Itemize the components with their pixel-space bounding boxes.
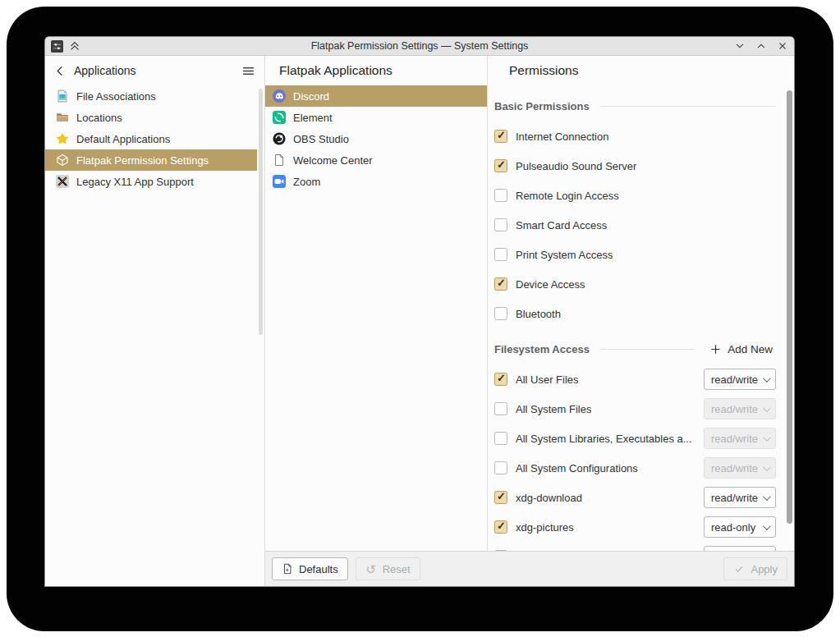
access-mode-dropdown[interactable]: read-only <box>704 516 776 538</box>
access-mode-dropdown: read/write <box>704 428 776 449</box>
filesystem-row-all-system-libraries: All System Libraries, Executables a... r… <box>494 424 776 453</box>
chevron-down-icon <box>763 404 771 412</box>
permission-row-remote-login: Remote Login Access <box>494 181 776 210</box>
close-icon[interactable] <box>777 40 788 52</box>
filesystem-row-all-user-files: All User Files read/write <box>494 364 776 394</box>
all-user-files-checkbox[interactable] <box>494 373 507 386</box>
permission-label: xdg-download <box>516 492 582 504</box>
section-title: Filesystem Access <box>494 343 590 355</box>
permission-label: Smart Card Access <box>516 219 607 231</box>
reset-icon: ↺ <box>365 563 377 575</box>
smart-card-checkbox[interactable] <box>494 218 507 231</box>
dropdown-value: read/write <box>711 403 763 415</box>
shade-icon[interactable] <box>69 40 80 52</box>
chevron-down-icon <box>763 522 771 530</box>
dropdown-value: read/write <box>711 373 763 386</box>
print-system-checkbox[interactable] <box>494 248 507 261</box>
remote-login-checkbox[interactable] <box>494 189 507 202</box>
x11-icon <box>56 175 69 188</box>
sidebar-back-label[interactable]: Applications <box>74 64 136 77</box>
permission-label: Remote Login Access <box>516 190 619 202</box>
sidebar-item-label: Flatpak Permission Settings <box>76 154 209 167</box>
section-divider <box>599 349 695 350</box>
sidebar-item-default-applications[interactable]: Default Applications <box>45 128 257 149</box>
permission-label: Internet Connection <box>516 131 608 143</box>
element-icon <box>273 111 286 124</box>
section-basic-permissions: Basic Permissions <box>494 95 776 117</box>
section-filesystem-access: Filesystem Access Add New <box>494 338 776 360</box>
filesystem-row-xdg-download: xdg-download read/write <box>494 483 776 512</box>
app-item-obs-studio[interactable]: OBS Studio <box>265 128 487 149</box>
window-title: Flatpak Permission Settings — System Set… <box>45 40 794 52</box>
xdg-download-checkbox[interactable] <box>494 491 507 504</box>
permission-label: All System Libraries, Executables a... <box>516 433 692 445</box>
dropdown-value: read/write <box>711 462 763 474</box>
chevron-down-icon <box>763 463 771 471</box>
app-item-element[interactable]: Element <box>265 107 487 128</box>
sidebar-item-locations[interactable]: Locations <box>45 107 257 128</box>
filesystem-row-all-system-configurations: All System Configurations read/write <box>494 453 776 483</box>
hamburger-icon[interactable] <box>241 64 255 78</box>
flatpak-cube-icon <box>56 154 69 167</box>
access-mode-dropdown: read/write <box>704 457 776 479</box>
footer-bar: Defaults ↺ Reset Apply <box>265 551 794 586</box>
permission-row-bluetooth: Bluetooth <box>494 299 776 328</box>
sidebar-item-flatpak-permission-settings[interactable]: Flatpak Permission Settings <box>45 149 257 171</box>
section-title: Basic Permissions <box>494 100 590 112</box>
access-mode-dropdown[interactable]: read/write <box>704 487 776 508</box>
sidebar-item-label: File Associations <box>76 90 156 103</box>
chevron-down-icon <box>763 433 771 442</box>
app-item-label: Element <box>293 112 333 124</box>
all-system-libraries-checkbox[interactable] <box>494 432 507 445</box>
app-item-label: Welcome Center <box>293 154 373 167</box>
maximize-icon[interactable] <box>755 40 767 52</box>
app-item-welcome-center[interactable]: Welcome Center <box>265 149 487 171</box>
permissions-header: Permissions <box>488 56 794 85</box>
reset-button[interactable]: ↺ Reset <box>356 557 420 580</box>
filesystem-row-partial <box>494 542 776 551</box>
file-associations-icon <box>56 89 69 103</box>
app-item-zoom[interactable]: Zoom <box>265 171 487 192</box>
all-system-configurations-checkbox[interactable] <box>494 461 507 474</box>
dropdown-value: read/write <box>711 492 763 504</box>
sidebar: Applications File Associations <box>45 56 265 586</box>
system-settings-icon <box>51 40 63 53</box>
permission-label: Print System Access <box>516 249 613 261</box>
minimize-icon[interactable] <box>734 40 746 52</box>
app-item-label: Zoom <box>293 176 320 188</box>
permission-row-print-system: Print System Access <box>494 240 776 269</box>
bluetooth-checkbox[interactable] <box>494 307 507 320</box>
access-mode-dropdown <box>704 546 776 551</box>
device-access-checkbox[interactable] <box>494 277 507 291</box>
access-mode-dropdown[interactable]: read/write <box>704 369 776 390</box>
sidebar-item-legacy-x11[interactable]: Legacy X11 App Support <box>45 171 257 192</box>
permissions-scrollbar[interactable] <box>787 90 792 524</box>
app-item-label: Discord <box>293 90 329 103</box>
sidebar-item-file-associations[interactable]: File Associations <box>45 85 257 107</box>
app-item-discord[interactable]: Discord <box>265 85 487 107</box>
zoom-icon <box>273 175 286 188</box>
filesystem-row-xdg-pictures: xdg-pictures read-only <box>494 512 776 542</box>
plus-icon <box>709 343 722 355</box>
internet-connection-checkbox[interactable] <box>494 130 507 143</box>
apply-button[interactable]: Apply <box>723 557 787 580</box>
permission-row-smart-card: Smart Card Access <box>494 210 776 240</box>
titlebar[interactable]: Flatpak Permission Settings — System Set… <box>45 37 794 56</box>
add-new-button[interactable]: Add New <box>706 341 776 357</box>
permission-label: xdg-pictures <box>516 521 574 534</box>
xdg-pictures-checkbox[interactable] <box>494 520 507 534</box>
apply-label: Apply <box>750 563 778 575</box>
defaults-button[interactable]: Defaults <box>272 557 348 580</box>
partial-row-checkbox <box>494 550 507 551</box>
chevron-down-icon <box>763 374 771 383</box>
all-system-files-checkbox[interactable] <box>494 402 507 415</box>
permission-label: All System Configurations <box>516 462 638 474</box>
access-mode-dropdown: read/write <box>704 398 776 419</box>
permission-label: All System Files <box>516 403 591 415</box>
pulseaudio-checkbox[interactable] <box>494 159 507 172</box>
sidebar-item-label: Locations <box>76 112 122 124</box>
welcome-center-icon <box>273 154 286 167</box>
back-chevron-icon[interactable] <box>54 65 67 77</box>
obs-studio-icon <box>273 132 286 145</box>
sidebar-scrollbar[interactable] <box>259 89 263 335</box>
